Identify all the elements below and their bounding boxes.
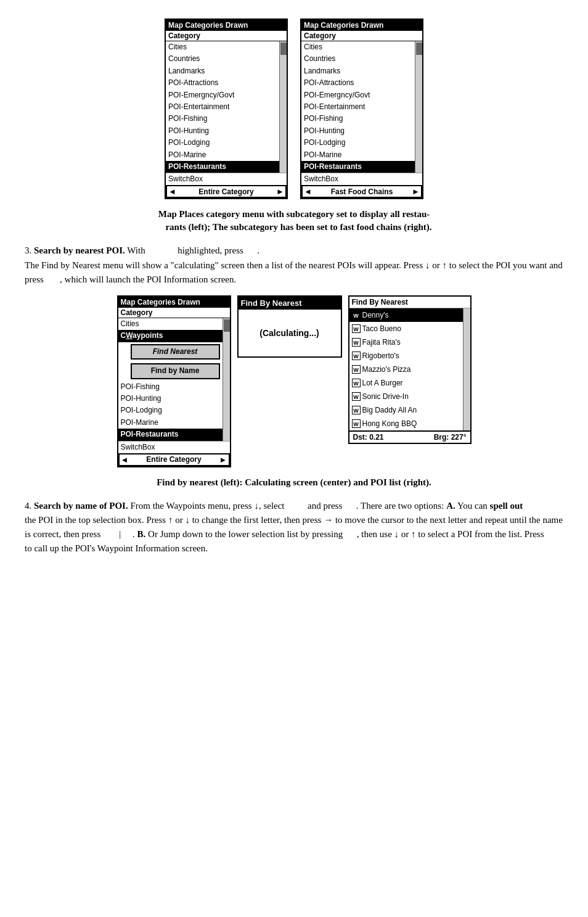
section4-a-label: A.: [446, 501, 455, 511]
switchbox-right: SwitchBox: [301, 173, 422, 184]
left-panel-header: Category: [166, 31, 287, 41]
scroll-thumb: [416, 43, 422, 55]
list-item[interactable]: Landmarks: [301, 65, 415, 77]
list-item[interactable]: Landmarks: [166, 65, 279, 77]
section4-para: 4. Search by name of POI. From the Waypo…: [25, 499, 563, 556]
left-mid-scroll: Cities CWaypoints Find Nearest Find by N…: [118, 318, 230, 441]
list-item[interactable]: POI-Entertainment: [166, 101, 279, 113]
nav-left-arrow[interactable]: ◄: [121, 455, 129, 464]
left-panel-scroll-area: Cities Countries Landmarks POI-Attractio…: [166, 41, 287, 173]
right-panel-list: Cities Countries Landmarks POI-Attractio…: [301, 41, 415, 173]
list-item[interactable]: POI-Marine: [166, 149, 279, 161]
list-item[interactable]: POI-Hunting: [118, 393, 223, 405]
list-item[interactable]: POI-Attractions: [301, 77, 415, 89]
nav-right-arrow[interactable]: ►: [219, 455, 227, 464]
nav-left-arrow[interactable]: ◄: [304, 187, 312, 196]
switchbox-mid: SwitchBox: [118, 441, 230, 453]
list-item[interactable]: POI-Fishing: [118, 381, 223, 393]
fr-title: Find By Nearest: [349, 297, 470, 308]
nav-right-arrow[interactable]: ►: [276, 187, 284, 196]
fr-list: W Denny's W Taco Bueno W Fajita Rita's W…: [349, 308, 463, 430]
list-item[interactable]: POI-Marine: [118, 417, 223, 429]
fr-scrollbar[interactable]: [463, 308, 470, 430]
caption-top: Map Places category menu with subcategor…: [25, 208, 563, 234]
left-top-panel: Map Categories Drawn Category Cities Cou…: [165, 19, 288, 199]
right-mid-panel: Find By Nearest W Denny's W Taco Bueno W…: [348, 295, 472, 444]
bottom-nav-mid[interactable]: ◄ Entire Category ►: [118, 453, 230, 466]
list-item-selected[interactable]: POI-Restaurants: [166, 161, 279, 173]
left-panel-title: Map Categories Drawn: [166, 20, 287, 31]
section4-b-label: B.: [137, 529, 146, 539]
center-mid-panel: Find By Nearest (Calculating...): [237, 295, 342, 358]
list-item[interactable]: POI-Lodging: [301, 137, 415, 149]
list-item[interactable]: POI-Fishing: [166, 113, 279, 125]
list-item-restaurants[interactable]: POI-Restaurants: [118, 429, 223, 440]
poi-icon: W: [352, 324, 361, 333]
fr-item[interactable]: W Denny's: [349, 308, 463, 322]
list-item[interactable]: POI-Lodging: [118, 405, 223, 416]
poi-icon: W: [352, 406, 361, 414]
fr-item[interactable]: W Taco Bueno: [349, 322, 463, 335]
list-item[interactable]: POI-Entertainment: [301, 101, 415, 113]
switchbox: SwitchBox: [166, 173, 287, 184]
poi-icon: W: [352, 419, 361, 428]
section3-num: 3.: [25, 245, 34, 255]
left-mid-scrollbar[interactable]: [223, 318, 230, 441]
fr-item[interactable]: W Mazzio's Pizza: [349, 363, 463, 376]
poi-icon: W: [352, 311, 361, 319]
nav-left-arrow[interactable]: ◄: [168, 187, 176, 196]
left-mid-panel: Map Categories Drawn Category Cities CWa…: [117, 295, 231, 467]
list-item[interactable]: POI-Lodging: [166, 137, 279, 149]
right-scrollbar[interactable]: [415, 41, 422, 173]
left-mid-title: Map Categories Drawn: [118, 297, 230, 308]
fr-item[interactable]: W Rigoberto's: [349, 349, 463, 363]
section3-para1: 3. Search by nearest POI. With highlight…: [25, 244, 563, 287]
left-mid-list: Cities CWaypoints Find Nearest Find by N…: [118, 318, 223, 441]
caption-mid: Find by nearest (left): Calculating scre…: [25, 476, 563, 489]
nav-right-arrow[interactable]: ►: [412, 187, 420, 196]
poi-icon: W: [352, 379, 361, 387]
poi-icon: W: [352, 392, 361, 401]
list-item[interactable]: Find Nearest: [118, 342, 223, 361]
find-name-button[interactable]: Find by Name: [131, 363, 220, 379]
find-nearest-button[interactable]: Find Nearest: [131, 344, 220, 360]
fr-item[interactable]: W Lot A Burger: [349, 376, 463, 390]
page-content: Map Categories Drawn Category Cities Cou…: [25, 19, 563, 556]
bottom-nav-label: Entire Category: [198, 187, 253, 196]
bottom-nav[interactable]: ◄ Entire Category ►: [166, 185, 287, 198]
list-item[interactable]: POI-Marine: [301, 149, 415, 161]
section4-title: Search by name of POI.: [34, 501, 128, 511]
list-item[interactable]: Cities: [118, 318, 223, 330]
fr-dst: Dst: 0.21: [353, 433, 384, 442]
list-item[interactable]: Countries: [166, 53, 279, 65]
fn-title: Find By Nearest: [239, 297, 341, 310]
fr-item[interactable]: W Hong Kong BBQ: [349, 417, 463, 430]
list-item-waypoints[interactable]: CWaypoints: [118, 330, 223, 342]
list-item[interactable]: Cities: [301, 41, 415, 53]
list-item[interactable]: POI-Emergncy/Govt: [166, 89, 279, 101]
list-item[interactable]: Cities: [166, 41, 279, 53]
fr-item[interactable]: W Sonic Drive-In: [349, 390, 463, 403]
right-panel-scroll-area: Cities Countries Landmarks POI-Attractio…: [301, 41, 422, 173]
fr-brg: Brg: 227°: [434, 433, 467, 442]
fr-item[interactable]: W Big Daddy All An: [349, 403, 463, 417]
poi-icon: W: [352, 338, 361, 347]
bottom-nav-mid-label: Entire Category: [146, 455, 201, 464]
list-item[interactable]: POI-Attractions: [166, 77, 279, 89]
list-item[interactable]: Countries: [301, 53, 415, 65]
list-item[interactable]: POI-Hunting: [166, 125, 279, 137]
list-item[interactable]: Find by Name: [118, 361, 223, 380]
scroll-thumb: [280, 43, 287, 55]
right-top-panel: Map Categories Drawn Category Cities Cou…: [300, 19, 423, 199]
section3-title: Search by nearest POI.: [34, 245, 125, 255]
poi-icon: W: [352, 365, 361, 374]
list-item[interactable]: POI-Emergncy/Govt: [301, 89, 415, 101]
fr-item[interactable]: W Fajita Rita's: [349, 335, 463, 349]
list-item[interactable]: POI-Fishing: [301, 113, 415, 125]
list-item[interactable]: POI-Hunting: [301, 125, 415, 137]
list-item-selected[interactable]: POI-Restaurants: [301, 161, 415, 173]
left-scrollbar[interactable]: [279, 41, 287, 173]
scroll-thumb: [224, 319, 230, 332]
poi-icon: W: [352, 352, 361, 360]
bottom-nav-right[interactable]: ◄ Fast Food Chains ►: [301, 185, 422, 198]
